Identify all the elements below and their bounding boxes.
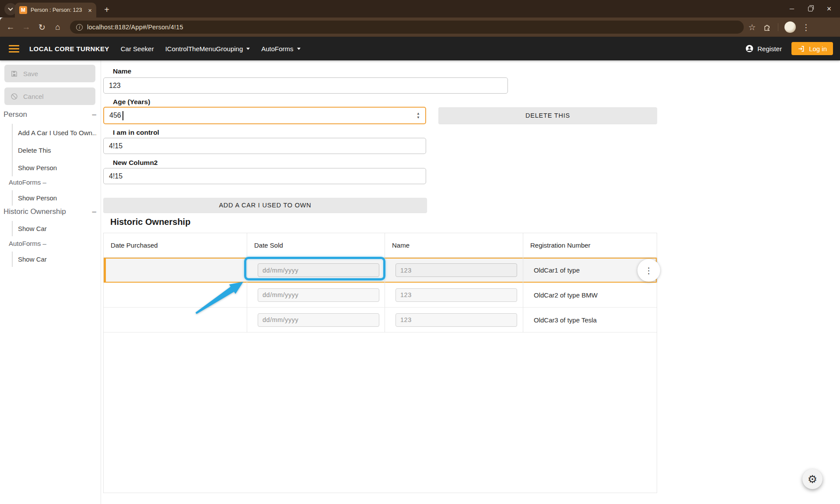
name-label: Name <box>113 67 131 75</box>
app-navbar: LOCAL CORE TURNKEY Car Seeker IControlTh… <box>0 37 840 60</box>
date-sold-cell <box>247 308 385 332</box>
sidebar-historic-items: Show Car <box>12 221 97 236</box>
name-field[interactable] <box>103 77 508 94</box>
row-name-input[interactable] <box>396 313 517 327</box>
sidebar-subgroup-autoforms-1[interactable]: AutoForms – <box>9 178 46 186</box>
i-am-in-control-field[interactable] <box>103 138 426 154</box>
chevron-down-icon <box>297 48 301 50</box>
chevron-down-icon <box>8 6 13 10</box>
number-spinner[interactable]: ▲ ▼ <box>416 112 420 119</box>
login-button[interactable]: Log in <box>791 42 833 55</box>
column-header-name: Name <box>385 233 523 257</box>
sidebar-item-show-car-2[interactable]: Show Car <box>18 252 97 267</box>
registration-text: OldCar1 of type <box>523 266 580 274</box>
sidebar-person-items: Add A Car I Used To Own... Delete This S… <box>12 124 97 176</box>
date-sold-input[interactable] <box>258 263 379 277</box>
sidebar-group-person[interactable]: Person – <box>4 110 96 119</box>
toolbar-right: ☆ ⋮ <box>747 21 810 33</box>
delete-this-button[interactable]: DELETE THIS <box>438 107 657 124</box>
registration-cell: OldCar2 of type BMW <box>523 283 658 307</box>
date-sold-input[interactable] <box>258 313 379 327</box>
favicon: M <box>19 6 27 14</box>
row-name-input[interactable] <box>396 288 517 302</box>
forward-button[interactable]: → <box>18 22 34 32</box>
new-column2-label: New Column2 <box>113 159 158 167</box>
person-circle-icon <box>745 44 754 53</box>
browser-menu-icon[interactable]: ⋮ <box>802 22 810 32</box>
date-sold-cell <box>247 283 385 307</box>
cancel-label: Cancel <box>23 93 44 100</box>
browser-tab[interactable]: M Person : Person: 123 × <box>15 3 96 18</box>
row-name-input[interactable] <box>396 263 517 277</box>
app-main: Save Cancel Person – Add A Car I Used To… <box>0 60 840 504</box>
address-bar[interactable]: i localhost:8182/App#/Person/4!15 <box>70 21 744 34</box>
browser-tab-bar: M Person : Person: 123 × + ─ × <box>0 0 840 18</box>
collapse-icon[interactable]: – <box>92 110 96 119</box>
name-cell <box>385 308 523 332</box>
sidebar: Save Cancel Person – Add A Car I Used To… <box>0 60 101 504</box>
sidebar-item-delete-this[interactable]: Delete This <box>18 141 97 159</box>
sidebar-subgroup-autoforms-2[interactable]: AutoForms – <box>9 240 46 247</box>
nav-item-autoforms[interactable]: AutoForms <box>261 45 300 52</box>
column-header-date-sold: Date Sold <box>247 233 385 257</box>
reload-button[interactable]: ↻ <box>34 22 50 32</box>
login-label: Log in <box>809 45 827 52</box>
historic-ownership-heading: Historic Ownership <box>110 217 190 227</box>
sidebar-item-show-person-2[interactable]: Show Person <box>18 190 97 206</box>
row-menu-button[interactable]: ⋮ <box>637 259 660 282</box>
sidebar-item-show-person[interactable]: Show Person <box>18 159 97 176</box>
collapse-icon[interactable]: – <box>43 240 46 247</box>
register-label: Register <box>757 45 782 52</box>
sidebar-item-show-car[interactable]: Show Car <box>18 221 97 236</box>
historic-ownership-table: Date Purchased Date Sold Name Registrati… <box>103 233 657 493</box>
table-row[interactable]: OldCar3 of type Tesla <box>104 308 657 332</box>
collapse-icon[interactable]: – <box>43 178 46 186</box>
extensions-puzzle-icon[interactable] <box>763 23 772 32</box>
new-tab-button[interactable]: + <box>101 4 113 16</box>
table-row[interactable]: OldCar2 of type BMW <box>104 283 657 308</box>
date-sold-input[interactable] <box>258 288 379 302</box>
tab-close-icon[interactable]: × <box>88 7 92 14</box>
date-purchased-cell <box>104 308 247 332</box>
new-column2-field[interactable] <box>103 168 426 184</box>
nav-item-label: AutoForms <box>261 45 293 52</box>
registration-cell: OldCar3 of type Tesla <box>523 308 658 332</box>
profile-avatar[interactable] <box>784 21 796 33</box>
table-row[interactable]: OldCar1 of type ⋮ <box>104 258 657 283</box>
back-button[interactable]: ← <box>3 22 18 32</box>
save-button[interactable]: Save <box>4 65 95 82</box>
text-cursor <box>122 111 123 120</box>
window-close-button[interactable]: × <box>825 4 833 14</box>
home-button[interactable]: ⌂ <box>50 22 66 32</box>
nav-item-car-seeker[interactable]: Car Seeker <box>121 45 154 52</box>
app-brand[interactable]: LOCAL CORE TURNKEY <box>29 45 109 52</box>
site-info-icon[interactable]: i <box>76 24 83 31</box>
register-button[interactable]: Register <box>745 44 782 53</box>
nav-item-icontrolthemenugrouping[interactable]: IControlTheMenuGrouping <box>165 45 250 52</box>
sidebar-item-add-a-car[interactable]: Add A Car I Used To Own... <box>18 124 97 141</box>
registration-text: OldCar2 of type BMW <box>523 291 598 299</box>
url-text[interactable]: localhost:8182/App#/Person/4!15 <box>87 24 183 31</box>
hamburger-menu-icon[interactable] <box>9 45 19 52</box>
age-field[interactable] <box>104 112 416 119</box>
window-minimize-button[interactable]: ─ <box>788 5 796 12</box>
registration-text: OldCar3 of type Tesla <box>523 316 597 324</box>
age-label: Age (Years) <box>113 98 150 106</box>
toolbar-divider <box>778 23 778 31</box>
collapse-icon[interactable]: – <box>92 207 96 216</box>
window-restore-button[interactable] <box>808 7 813 11</box>
date-purchased-cell <box>104 258 247 283</box>
spinner-up-icon[interactable]: ▲ <box>416 112 420 115</box>
save-floppy-icon <box>10 70 18 77</box>
subgroup-title: AutoForms <box>9 178 41 186</box>
column-header-date-purchased: Date Purchased <box>104 233 247 257</box>
group-title: Person <box>4 110 27 119</box>
bookmark-star-icon[interactable]: ☆ <box>747 22 757 32</box>
add-a-car-button[interactable]: ADD A CAR I USED TO OWN <box>103 198 427 213</box>
sidebar-group-historic-ownership[interactable]: Historic Ownership – <box>4 207 96 216</box>
browser-toolbar: ← → ↻ ⌂ i localhost:8182/App#/Person/4!1… <box>0 18 840 37</box>
spinner-down-icon[interactable]: ▼ <box>416 116 420 119</box>
cancel-slash-icon <box>10 93 18 100</box>
cancel-button[interactable]: Cancel <box>4 88 95 105</box>
settings-fab-button[interactable]: ⚙ <box>802 469 822 489</box>
